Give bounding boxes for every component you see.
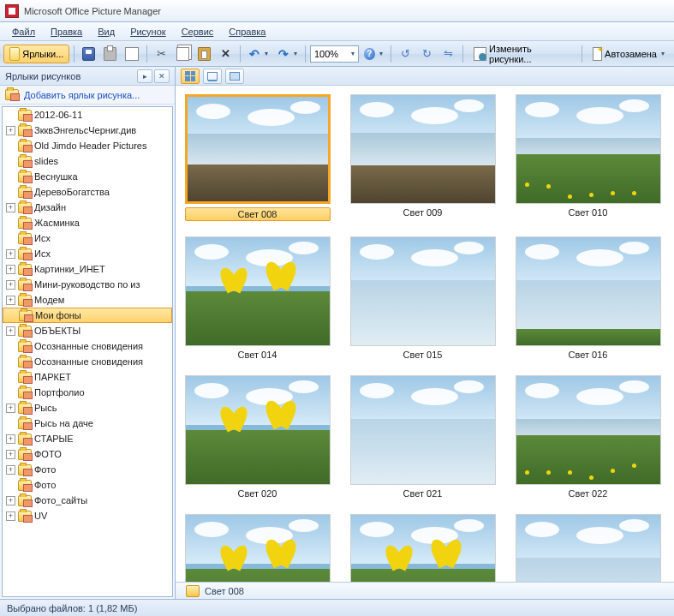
menu-picture[interactable]: Рисунок [123, 25, 173, 39]
expand-toggle [6, 218, 15, 228]
panel-expand-button[interactable]: ▸ [137, 69, 152, 83]
thumbnail[interactable]: Свет 008 [182, 94, 332, 221]
tree-item-label: Фото [34, 464, 56, 475]
copy-button[interactable] [173, 45, 193, 63]
expand-toggle[interactable]: + [6, 511, 15, 521]
folder-icon [18, 418, 32, 429]
expand-toggle[interactable]: + [6, 404, 15, 413]
tree-item[interactable]: +ОБЪЕКТЫ [3, 323, 172, 338]
tree-item[interactable]: Осознанные сновидения [3, 338, 172, 354]
separator [146, 45, 147, 63]
expand-toggle[interactable]: + [6, 496, 15, 505]
tree-item[interactable]: Портфолио [3, 385, 172, 400]
paste-button[interactable] [194, 45, 214, 63]
expand-toggle[interactable]: + [6, 203, 15, 212]
expand-toggle[interactable]: + [6, 296, 15, 305]
tree-item[interactable]: +Исх [3, 246, 172, 261]
thumbnail[interactable]: Свет 009 [348, 94, 498, 221]
tree-item[interactable]: +Фото_сайты [3, 493, 172, 508]
thumbnail[interactable]: Свет 010 [513, 94, 663, 221]
tree-item[interactable]: ДеревоБогатства [3, 184, 172, 200]
cut-icon: ✂ [154, 47, 167, 61]
add-shortcut-link[interactable]: Добавить ярлык рисунка... [0, 86, 175, 105]
expand-toggle[interactable]: + [6, 326, 15, 336]
tree-item[interactable]: Рысь на даче [3, 416, 172, 431]
tree-item[interactable]: 2012-06-11 [3, 107, 172, 123]
single-view-button[interactable] [225, 69, 244, 84]
folder-icon [18, 218, 32, 229]
shortcuts-button[interactable]: Ярлыки... [3, 45, 69, 63]
help-button[interactable]: ?▾ [361, 45, 386, 63]
thumbnail[interactable]: Свет 029 [513, 514, 663, 582]
expand-toggle[interactable]: + [6, 434, 15, 444]
menu-file[interactable]: Файл [5, 25, 42, 39]
folder-tree[interactable]: 2012-06-11+ЗкквЭнгельсЧерниг.дивOld Jimd… [2, 106, 173, 597]
tree-item[interactable]: +Фото [3, 462, 172, 477]
tree-item[interactable]: slides [3, 153, 172, 169]
rotate-left-button[interactable]: ↺ [396, 45, 415, 63]
thumbnail[interactable]: Свет 016 [513, 236, 663, 360]
tree-item[interactable]: Old Jimdo Header Pictures [3, 138, 172, 153]
tree-item[interactable]: +Модем [3, 292, 172, 308]
toolbar: Ярлыки... ✂ ✕ ↶▾ ↷▾ 100%▾ ?▾ ↺ ↻ ⇋ Измен… [0, 41, 674, 67]
rotate-right-button[interactable]: ↻ [417, 45, 437, 63]
thumbnail[interactable]: Свет 027 [348, 514, 498, 582]
undo-button[interactable]: ↶▾ [245, 45, 272, 63]
thumbnail[interactable]: Свет 015 [348, 236, 498, 360]
thumbnail-view-button[interactable] [181, 69, 200, 84]
tree-item[interactable]: +СТАРЫЕ [3, 431, 172, 446]
tree-item[interactable]: +Дизайн [3, 200, 172, 215]
mail-button[interactable] [122, 45, 141, 63]
folder-icon [18, 233, 32, 244]
expand-toggle[interactable]: + [6, 126, 15, 135]
expand-toggle[interactable]: + [6, 249, 15, 259]
tree-item[interactable]: Осознанные сновидения [3, 354, 172, 369]
thumbnail[interactable]: Свет 021 [348, 375, 498, 499]
thumbnail-area[interactable]: Свет 008Свет 009Свет 010Свет 014Свет 015… [176, 86, 674, 582]
zoom-combo[interactable]: 100%▾ [310, 45, 359, 63]
thumbnail[interactable]: Свет 022 [513, 375, 663, 499]
expand-toggle[interactable]: + [6, 280, 15, 290]
tree-item[interactable]: +ФОТО [3, 446, 172, 462]
thumbnail[interactable]: Свет 026 [182, 514, 332, 582]
tree-item[interactable]: Жасминка [3, 215, 172, 230]
tree-item[interactable]: Фото [3, 477, 172, 493]
redo-button[interactable]: ↷▾ [273, 45, 301, 63]
expand-toggle [6, 388, 15, 398]
delete-icon: ✕ [219, 47, 232, 61]
tree-item[interactable]: ПАРКЕТ [3, 369, 172, 385]
expand-toggle[interactable]: + [6, 450, 15, 459]
tree-item-label: Веснушка [34, 171, 78, 182]
menu-edit[interactable]: Правка [44, 25, 89, 39]
flip-button[interactable]: ⇋ [438, 45, 458, 63]
shortcuts-icon [9, 47, 20, 61]
single-view-icon [230, 72, 240, 81]
expand-toggle[interactable]: + [6, 465, 15, 475]
thumbnail[interactable]: Свет 020 [182, 375, 332, 499]
tree-item[interactable]: +Картинки_ИНЕТ [3, 261, 172, 277]
save-button[interactable] [79, 45, 98, 63]
print-button[interactable] [100, 45, 120, 63]
menu-tools[interactable]: Сервис [175, 25, 221, 39]
folder-icon [19, 310, 33, 321]
tree-item[interactable]: Веснушка [3, 169, 172, 184]
delete-button[interactable]: ✕ [216, 45, 236, 63]
folder-icon [18, 464, 32, 475]
expand-toggle[interactable]: + [6, 265, 15, 274]
menu-view[interactable]: Вид [91, 25, 122, 39]
cut-button[interactable]: ✂ [151, 45, 170, 63]
autocorrect-button[interactable]: Автозамена ▾ [587, 45, 671, 63]
folder-icon [5, 89, 19, 100]
thumbnail-image [516, 514, 661, 582]
tree-item[interactable]: +ЗкквЭнгельсЧерниг.див [3, 123, 172, 138]
filmstrip-view-button[interactable] [203, 69, 222, 84]
tree-item[interactable]: Исх [3, 230, 172, 246]
thumbnail[interactable]: Свет 014 [182, 236, 332, 360]
panel-close-button[interactable]: ✕ [154, 69, 170, 83]
edit-pictures-button[interactable]: Изменить рисунки... [468, 45, 577, 63]
tree-item[interactable]: +Рысь [3, 400, 172, 416]
menu-help[interactable]: Справка [222, 25, 272, 39]
tree-item[interactable]: +Мини-руководство по из [3, 277, 172, 292]
tree-item[interactable]: +UV [3, 508, 172, 523]
tree-item[interactable]: Мои фоны [3, 308, 172, 323]
